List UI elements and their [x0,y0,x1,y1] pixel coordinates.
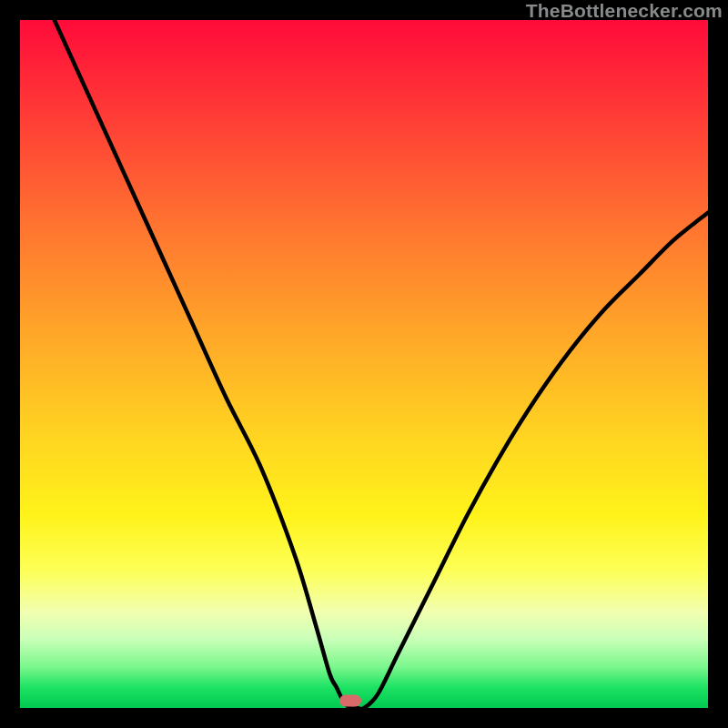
bottleneck-curve [55,20,708,708]
plot-area [20,20,708,708]
optimum-marker [339,695,361,707]
chart-frame: TheBottlenecker.com [0,0,728,728]
watermark-text: TheBottlenecker.com [526,0,723,22]
curve-svg [20,20,708,708]
